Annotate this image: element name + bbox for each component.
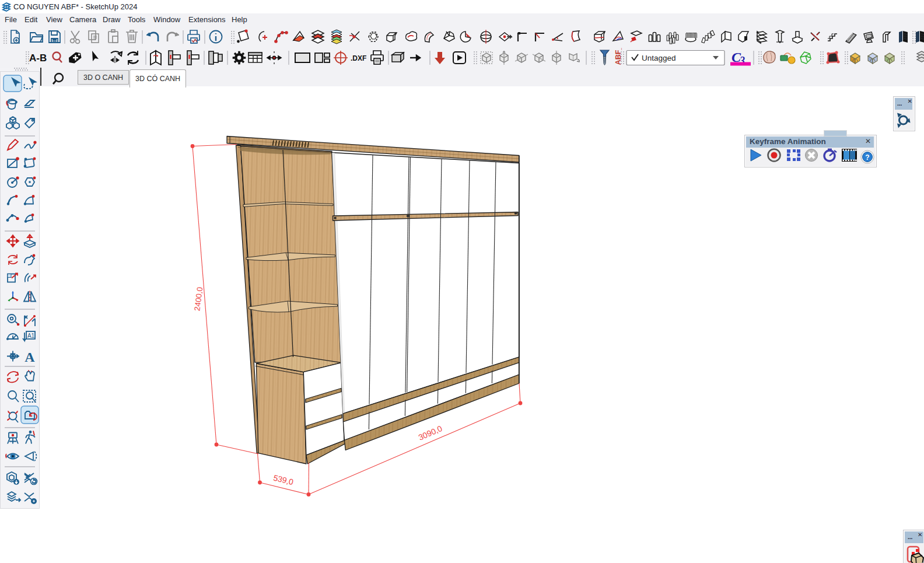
svg-text:2400,0: 2400,0	[192, 286, 204, 312]
svg-text:3090,0: 3090,0	[417, 424, 444, 442]
svg-text:A: A	[24, 349, 35, 365]
svg-text:A1: A1	[27, 333, 35, 339]
svg-text:?: ?	[865, 153, 869, 162]
svg-text:539,0: 539,0	[272, 473, 295, 487]
